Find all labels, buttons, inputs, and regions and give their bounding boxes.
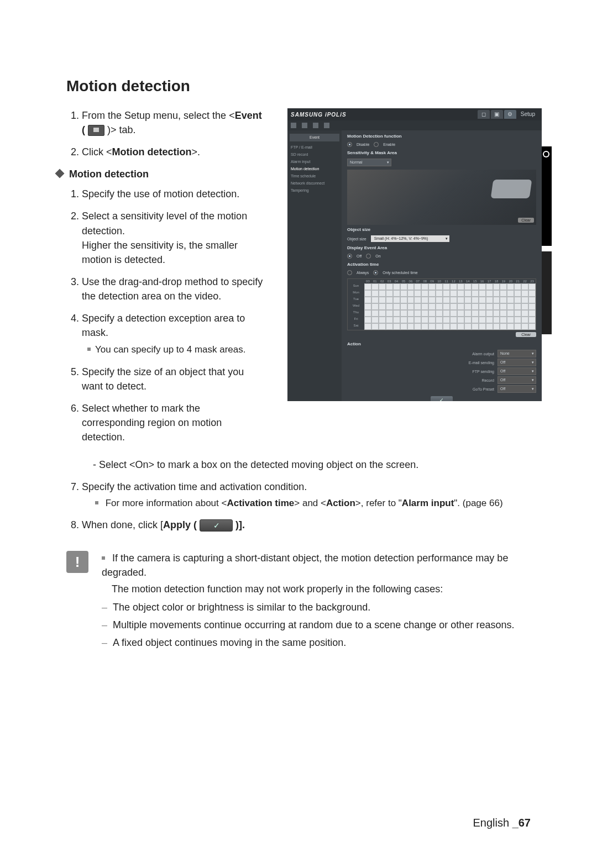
schedule-cell[interactable] bbox=[393, 323, 400, 330]
schedule-cell[interactable] bbox=[407, 323, 415, 330]
schedule-cell[interactable] bbox=[436, 317, 443, 323]
schedule-cell[interactable] bbox=[472, 310, 479, 317]
schedule-cell[interactable] bbox=[486, 283, 493, 290]
schedule-cell[interactable] bbox=[379, 323, 386, 330]
schedule-cell[interactable] bbox=[364, 303, 371, 310]
schedule-cell[interactable] bbox=[414, 290, 421, 297]
video-preview[interactable]: Clear bbox=[347, 170, 536, 225]
schedule-cell[interactable] bbox=[464, 283, 472, 290]
schedule-cell[interactable] bbox=[500, 290, 507, 297]
schedule-cell[interactable] bbox=[486, 303, 493, 310]
schedule-cell[interactable] bbox=[414, 283, 421, 290]
schedule-cell[interactable] bbox=[379, 283, 386, 290]
schedule-cell[interactable] bbox=[371, 290, 379, 297]
action-select[interactable]: Off bbox=[498, 367, 536, 375]
schedule-cell[interactable] bbox=[386, 283, 393, 290]
schedule-cell[interactable] bbox=[443, 303, 450, 310]
schedule-cell[interactable] bbox=[436, 303, 443, 310]
top-tab-2[interactable]: ▣ bbox=[491, 110, 503, 119]
schedule-cell[interactable] bbox=[364, 323, 371, 330]
schedule-cell[interactable] bbox=[421, 310, 428, 317]
schedule-cell[interactable] bbox=[386, 303, 393, 310]
schedule-cell[interactable] bbox=[407, 283, 415, 290]
schedule-cell[interactable] bbox=[436, 283, 443, 290]
schedule-cell[interactable] bbox=[364, 297, 371, 303]
schedule-cell[interactable] bbox=[428, 317, 436, 323]
schedule-cell[interactable] bbox=[386, 290, 393, 297]
schedule-cell[interactable] bbox=[393, 303, 400, 310]
schedule-cell[interactable] bbox=[528, 303, 536, 310]
schedule-cell[interactable] bbox=[457, 303, 464, 310]
radio-sched[interactable] bbox=[373, 270, 378, 275]
schedule-cell[interactable] bbox=[514, 317, 521, 323]
schedule-cell[interactable] bbox=[479, 290, 486, 297]
schedule-cell[interactable] bbox=[371, 297, 379, 303]
schedule-cell[interactable] bbox=[393, 290, 400, 297]
schedule-cell[interactable] bbox=[421, 290, 428, 297]
schedule-cell[interactable] bbox=[500, 323, 507, 330]
schedule-cell[interactable] bbox=[464, 290, 472, 297]
schedule-cell[interactable] bbox=[486, 310, 493, 317]
schedule-cell[interactable] bbox=[428, 290, 436, 297]
schedule-cell[interactable] bbox=[472, 283, 479, 290]
schedule-cell[interactable] bbox=[443, 323, 450, 330]
schedule-cell[interactable] bbox=[386, 310, 393, 317]
schedule-cell[interactable] bbox=[371, 323, 379, 330]
schedule-cell[interactable] bbox=[479, 317, 486, 323]
schedule-cell[interactable] bbox=[514, 297, 521, 303]
sidebar-tab-event[interactable]: Event bbox=[290, 134, 339, 141]
schedule-cell[interactable] bbox=[400, 323, 407, 330]
schedule-cell[interactable] bbox=[400, 283, 407, 290]
schedule-cell[interactable] bbox=[421, 303, 428, 310]
schedule-cell[interactable] bbox=[450, 310, 457, 317]
preview-clear-button[interactable]: Clear bbox=[518, 218, 534, 223]
schedule-cell[interactable] bbox=[436, 310, 443, 317]
schedule-cell[interactable] bbox=[414, 323, 421, 330]
schedule-cell[interactable] bbox=[493, 310, 500, 317]
schedule-cell[interactable] bbox=[400, 303, 407, 310]
schedule-cell[interactable] bbox=[407, 303, 415, 310]
schedule-cell[interactable] bbox=[472, 297, 479, 303]
schedule-cell[interactable] bbox=[493, 283, 500, 290]
side-item-motion[interactable]: Motion detection bbox=[290, 165, 339, 172]
sensitivity-select[interactable]: Normal bbox=[347, 159, 391, 166]
schedule-cell[interactable] bbox=[414, 303, 421, 310]
schedule-cell[interactable] bbox=[400, 310, 407, 317]
action-select[interactable]: None bbox=[498, 350, 536, 357]
schedule-cell[interactable] bbox=[414, 317, 421, 323]
schedule-cell[interactable] bbox=[507, 297, 514, 303]
schedule-cell[interactable] bbox=[493, 323, 500, 330]
schedule-cell[interactable] bbox=[393, 310, 400, 317]
schedule-cell[interactable] bbox=[407, 297, 415, 303]
side-item-sd[interactable]: SD record bbox=[290, 151, 339, 158]
schedule-cell[interactable] bbox=[521, 283, 528, 290]
schedule-cell[interactable] bbox=[507, 323, 514, 330]
schedule-cell[interactable] bbox=[528, 310, 536, 317]
schedule-cell[interactable] bbox=[507, 310, 514, 317]
schedule-cell[interactable] bbox=[371, 317, 379, 323]
schedule-cell[interactable] bbox=[400, 317, 407, 323]
schedule-clear-button[interactable]: Clear bbox=[516, 332, 536, 337]
schedule-cell[interactable] bbox=[514, 303, 521, 310]
radio-enable[interactable] bbox=[374, 142, 379, 147]
schedule-cell[interactable] bbox=[436, 323, 443, 330]
schedule-cell[interactable] bbox=[464, 310, 472, 317]
schedule-cell[interactable] bbox=[364, 290, 371, 297]
schedule-cell[interactable] bbox=[414, 310, 421, 317]
subtab-icon-2[interactable] bbox=[302, 123, 307, 128]
schedule-cell[interactable] bbox=[371, 310, 379, 317]
schedule-cell[interactable] bbox=[379, 290, 386, 297]
schedule-cell[interactable] bbox=[393, 317, 400, 323]
side-item-alarm[interactable]: Alarm input bbox=[290, 158, 339, 165]
radio-always[interactable] bbox=[347, 270, 352, 275]
schedule-cell[interactable] bbox=[457, 317, 464, 323]
schedule-cell[interactable] bbox=[479, 323, 486, 330]
radio-off[interactable] bbox=[347, 254, 352, 259]
schedule-cell[interactable] bbox=[507, 317, 514, 323]
side-item-tamper[interactable]: Tampering bbox=[290, 187, 339, 194]
schedule-cell[interactable] bbox=[507, 290, 514, 297]
schedule-cell[interactable] bbox=[521, 323, 528, 330]
schedule-cell[interactable] bbox=[443, 310, 450, 317]
schedule-cell[interactable] bbox=[414, 297, 421, 303]
schedule-cell[interactable] bbox=[457, 297, 464, 303]
